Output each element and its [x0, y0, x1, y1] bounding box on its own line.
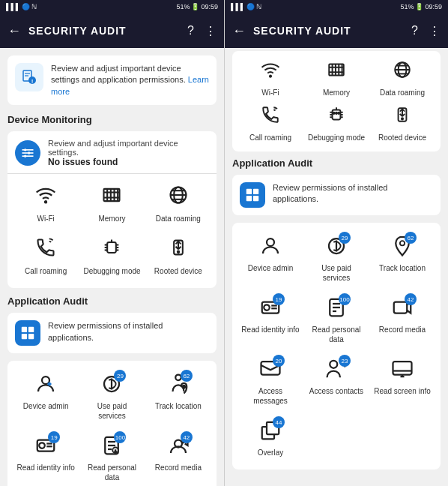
- memory-label: Memory: [98, 214, 125, 224]
- screen-info-item-r[interactable]: Read screen info: [372, 353, 433, 410]
- svg-rect-93: [253, 196, 258, 201]
- help-button-right[interactable]: ?: [411, 24, 418, 38]
- record-media-label-r: Record media: [379, 325, 426, 334]
- data-roaming-item-r[interactable]: Data roaming: [372, 58, 433, 99]
- track-location-item[interactable]: 62 Track location: [148, 368, 209, 425]
- identity-item[interactable]: 19 Read identity info: [15, 430, 76, 486]
- left-screen: ▌▌▌ 🔵 ℕ 51% 🔋 09:59 ← SECURITY AUDIT ? ⋮: [0, 0, 224, 486]
- track-badge-r: 62: [405, 232, 417, 244]
- svg-text:!: !: [31, 78, 34, 85]
- rooted-icon-r: [393, 105, 412, 130]
- personal-data-item[interactable]: ↓ 100 Read personal data: [81, 430, 142, 486]
- svg-rect-111: [393, 362, 412, 375]
- device-admin-item[interactable]: Device admin: [15, 368, 76, 425]
- track-location-item-r[interactable]: 62 Track location: [372, 230, 433, 287]
- record-media-wrap: 42: [167, 434, 190, 460]
- wifi-icon-item: [35, 184, 56, 211]
- paid-services-wrap: 29: [100, 373, 123, 398]
- intro-card-left: ! Review and adjust important device set…: [7, 56, 217, 105]
- contacts-item-r[interactable]: 23 Access contacts: [306, 353, 367, 410]
- paid-services-item-r[interactable]: 29 Use paid services: [306, 230, 367, 287]
- debugging-item[interactable]: Debugging mode: [81, 232, 142, 280]
- status-bar-right: ▌▌▌ 🔵 ℕ 51% 🔋 09:59: [225, 0, 448, 14]
- memory-item[interactable]: Memory: [81, 180, 142, 228]
- record-media-item[interactable]: 42 Record media: [148, 430, 209, 486]
- rooted-item[interactable]: Rooted device: [148, 232, 209, 280]
- status-left-icons: ▌▌▌ 🔵 ℕ: [6, 3, 37, 10]
- signal-icon: ▌▌▌: [6, 3, 20, 10]
- app-audit-grid-right: Device admin 29 Use paid services: [232, 223, 441, 470]
- menu-button-right[interactable]: ⋮: [429, 24, 441, 38]
- svg-point-84: [338, 112, 339, 114]
- identity-wrap: 19: [34, 434, 57, 460]
- svg-point-11: [45, 201, 46, 202]
- call-roaming-icon-r: [261, 105, 280, 130]
- personal-data-item-r[interactable]: 100 Read personal data: [306, 292, 367, 349]
- data-roaming-label: Data roaming: [156, 214, 201, 224]
- debugging-icon-r: [327, 105, 346, 130]
- help-button-left[interactable]: ?: [187, 24, 194, 38]
- wifi-item[interactable]: Wi-Fi: [15, 180, 76, 228]
- svg-point-36: [178, 251, 179, 253]
- wifi-item-r[interactable]: Wi-Fi: [240, 58, 301, 99]
- status-right-left-icons: ▌▌▌ 🔵 ℕ: [231, 3, 261, 10]
- device-admin-label-r: Device admin: [248, 263, 294, 273]
- record-media-item-r[interactable]: 42 Record media: [372, 292, 433, 349]
- memory-item-r[interactable]: Memory: [306, 58, 367, 99]
- svg-rect-7: [22, 156, 34, 158]
- time-left: 09:59: [201, 3, 218, 10]
- intro-icon-left: !: [15, 63, 43, 92]
- paid-services-item[interactable]: 29 Use paid services: [81, 368, 142, 425]
- data-roaming-item[interactable]: Data roaming: [148, 180, 209, 228]
- record-badge-r: 42: [405, 293, 417, 305]
- overlay-label-r: Overlay: [258, 448, 283, 458]
- contacts-label-r: Access contacts: [309, 386, 363, 396]
- app-audit-text-left: Review permissions of installed applicat…: [48, 320, 209, 344]
- paid-services-label-r: Use paid services: [307, 263, 366, 283]
- app-audit-title-right: Application Audit: [232, 158, 441, 169]
- svg-point-83: [336, 112, 337, 114]
- toolbar-left: ← SECURITY AUDIT ? ⋮: [0, 14, 224, 48]
- back-button-right[interactable]: ←: [232, 23, 246, 39]
- call-roaming-item-r[interactable]: Call roaming: [240, 104, 301, 144]
- wifi-icon-r-item: [261, 60, 280, 85]
- app-audit-grid-left: Device admin 29 Use paid services: [7, 361, 217, 486]
- messages-item-r[interactable]: 20 Access messages: [240, 353, 301, 410]
- call-roaming-icon: [35, 237, 56, 263]
- identity-item-r[interactable]: 19 Read identity info: [240, 292, 301, 349]
- monitoring-status-row: Review and adjust important device setti…: [15, 139, 209, 167]
- menu-button-left[interactable]: ⋮: [205, 24, 217, 38]
- time-right: 09:59: [425, 3, 442, 10]
- paid-services-label: Use paid services: [82, 401, 141, 421]
- personal-badge-r: 100: [339, 293, 351, 305]
- svg-point-48: [182, 386, 185, 388]
- toolbar-right: ← SECURITY AUDIT ? ⋮: [225, 14, 448, 48]
- right-screen: ▌▌▌ 🔵 ℕ 51% 🔋 09:59 ← SECURITY AUDIT ? ⋮: [224, 0, 448, 486]
- status-right-right-icons: 51% 🔋 09:59: [400, 3, 442, 10]
- contacts-badge-r: 23: [339, 355, 351, 367]
- track-location-label: Track location: [155, 401, 202, 411]
- memory-icon-r: [327, 60, 346, 85]
- rooted-item-r[interactable]: Rooted device: [372, 104, 433, 144]
- svg-rect-24: [108, 242, 117, 253]
- track-location-label-r: Track location: [379, 263, 426, 273]
- debugging-item-r[interactable]: Debugging mode: [306, 104, 367, 144]
- overlay-item-r[interactable]: 44 Overlay: [240, 415, 301, 462]
- call-roaming-item[interactable]: Call roaming: [15, 232, 76, 280]
- identity-badge: 19: [48, 431, 60, 443]
- device-admin-wrap: [34, 373, 57, 398]
- back-button-left[interactable]: ←: [7, 23, 21, 39]
- app-audit-intro-left: Review permissions of installed applicat…: [7, 313, 217, 353]
- debugging-icon: [101, 237, 122, 263]
- identity-label: Read identity info: [17, 463, 75, 472]
- app-audit-title-left: Application Audit: [7, 296, 217, 307]
- personal-data-label: Read personal data: [82, 463, 141, 482]
- device-admin-item-r[interactable]: Device admin: [240, 230, 301, 287]
- svg-rect-42: [22, 334, 27, 339]
- svg-rect-90: [246, 189, 252, 194]
- data-roaming-icon-r: [393, 60, 412, 85]
- app-audit-icon-left: [15, 320, 40, 346]
- svg-rect-91: [253, 189, 258, 194]
- bt-icon-r: ℕ: [256, 3, 261, 10]
- app-audit-text-right: Review permissions of installed applicat…: [273, 182, 433, 206]
